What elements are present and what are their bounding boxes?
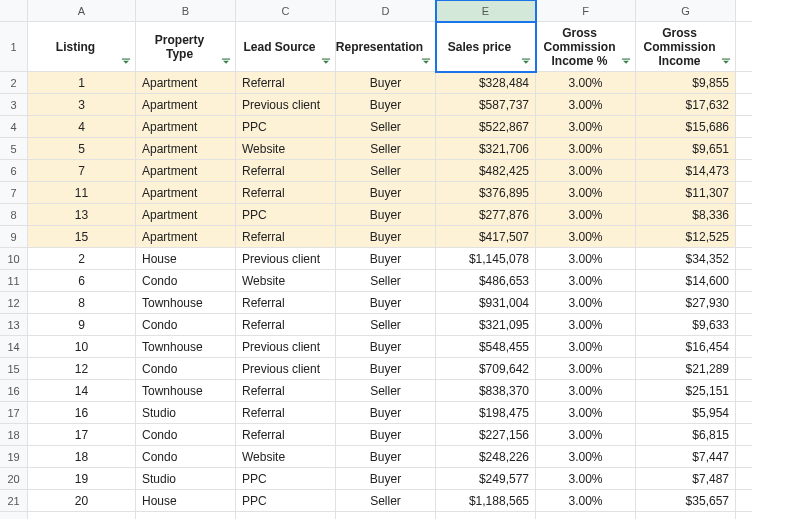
cell-F[interactable]: 3.00%	[536, 314, 636, 336]
row-header[interactable]: 2	[0, 72, 28, 94]
cell-D[interactable]: Seller	[336, 138, 436, 160]
cell-F[interactable]: 3.00%	[536, 358, 636, 380]
row-header[interactable]: 8	[0, 204, 28, 226]
cell-E[interactable]: $376,895	[436, 182, 536, 204]
cell-G[interactable]: $14,473	[636, 160, 736, 182]
cell-E[interactable]: $709,642	[436, 358, 536, 380]
cell-D[interactable]: Buyer	[336, 226, 436, 248]
cell-B[interactable]: House	[136, 490, 236, 512]
column-header-F[interactable]: F	[536, 0, 636, 22]
cell-F[interactable]: 3.00%	[536, 402, 636, 424]
empty-cell[interactable]	[636, 512, 736, 519]
row-header[interactable]: 5	[0, 138, 28, 160]
cell-D[interactable]: Buyer	[336, 204, 436, 226]
column-header-B[interactable]: B	[136, 0, 236, 22]
cell-E[interactable]: $417,507	[436, 226, 536, 248]
cell-C[interactable]: PPC	[236, 468, 336, 490]
cell-B[interactable]: Apartment	[136, 138, 236, 160]
cell-E[interactable]: $1,188,565	[436, 490, 536, 512]
cell-C[interactable]: Previous client	[236, 358, 336, 380]
cell-A[interactable]: 20	[28, 490, 136, 512]
column-header-C[interactable]: C	[236, 0, 336, 22]
cell-G[interactable]: $15,686	[636, 116, 736, 138]
cell-F[interactable]: 3.00%	[536, 424, 636, 446]
filter-icon[interactable]	[319, 55, 333, 69]
cell-D[interactable]: Seller	[336, 380, 436, 402]
row-header[interactable]: 22	[0, 512, 28, 519]
row-header[interactable]: 6	[0, 160, 28, 182]
cell-C[interactable]: Previous client	[236, 336, 336, 358]
cell-G[interactable]: $7,487	[636, 468, 736, 490]
cell-C[interactable]: Previous client	[236, 248, 336, 270]
cell-G[interactable]: $11,307	[636, 182, 736, 204]
header-cell-C[interactable]: Lead Source	[236, 22, 336, 72]
cell-D[interactable]: Buyer	[336, 468, 436, 490]
cell-D[interactable]: Buyer	[336, 358, 436, 380]
cell-F[interactable]: 3.00%	[536, 490, 636, 512]
cell-B[interactable]: Townhouse	[136, 292, 236, 314]
row-header[interactable]: 20	[0, 468, 28, 490]
cell-A[interactable]: 7	[28, 160, 136, 182]
row-header[interactable]: 19	[0, 446, 28, 468]
cell-F[interactable]: 3.00%	[536, 380, 636, 402]
cell-F[interactable]: 3.00%	[536, 138, 636, 160]
cell-D[interactable]: Seller	[336, 314, 436, 336]
cell-F[interactable]: 3.00%	[536, 446, 636, 468]
cell-A[interactable]: 4	[28, 116, 136, 138]
cell-A[interactable]: 14	[28, 380, 136, 402]
row-header[interactable]: 4	[0, 116, 28, 138]
cell-C[interactable]: Referral	[236, 72, 336, 94]
cell-E[interactable]: $198,475	[436, 402, 536, 424]
cell-G[interactable]: $9,855	[636, 72, 736, 94]
cell-E[interactable]: $486,653	[436, 270, 536, 292]
cell-C[interactable]: Website	[236, 446, 336, 468]
cell-F[interactable]: 3.00%	[536, 94, 636, 116]
row-header[interactable]: 21	[0, 490, 28, 512]
header-cell-G[interactable]: Gross Commission Income	[636, 22, 736, 72]
cell-F[interactable]: 3.00%	[536, 72, 636, 94]
cell-E[interactable]: $248,226	[436, 446, 536, 468]
cell-B[interactable]: Apartment	[136, 116, 236, 138]
cell-E[interactable]: $1,145,078	[436, 248, 536, 270]
filter-icon[interactable]	[119, 55, 133, 69]
cell-A[interactable]: 9	[28, 314, 136, 336]
header-cell-F[interactable]: Gross Commission Income %	[536, 22, 636, 72]
cell-F[interactable]: 3.00%	[536, 270, 636, 292]
cell-B[interactable]: Townhouse	[136, 336, 236, 358]
header-cell-B[interactable]: Property Type	[136, 22, 236, 72]
column-header-D[interactable]: D	[336, 0, 436, 22]
cell-D[interactable]: Seller	[336, 116, 436, 138]
empty-cell[interactable]	[236, 512, 336, 519]
row-header[interactable]: 3	[0, 94, 28, 116]
row-header[interactable]: 18	[0, 424, 28, 446]
cell-A[interactable]: 1	[28, 72, 136, 94]
cell-B[interactable]: Condo	[136, 270, 236, 292]
cell-G[interactable]: $25,151	[636, 380, 736, 402]
header-cell-A[interactable]: Listing	[28, 22, 136, 72]
cell-G[interactable]: $5,954	[636, 402, 736, 424]
cell-A[interactable]: 8	[28, 292, 136, 314]
cell-B[interactable]: Apartment	[136, 226, 236, 248]
cell-A[interactable]: 11	[28, 182, 136, 204]
cell-D[interactable]: Buyer	[336, 292, 436, 314]
filter-icon[interactable]	[419, 55, 433, 69]
cell-B[interactable]: Apartment	[136, 72, 236, 94]
cell-C[interactable]: PPC	[236, 116, 336, 138]
cell-D[interactable]: Buyer	[336, 424, 436, 446]
cell-C[interactable]: Referral	[236, 182, 336, 204]
empty-cell[interactable]	[136, 512, 236, 519]
empty-cell[interactable]	[436, 512, 536, 519]
cell-B[interactable]: Apartment	[136, 160, 236, 182]
cell-G[interactable]: $9,651	[636, 138, 736, 160]
filter-icon[interactable]	[719, 55, 733, 69]
cell-B[interactable]: Condo	[136, 446, 236, 468]
cell-A[interactable]: 6	[28, 270, 136, 292]
cell-F[interactable]: 3.00%	[536, 116, 636, 138]
cell-C[interactable]: Referral	[236, 314, 336, 336]
cell-E[interactable]: $587,737	[436, 94, 536, 116]
cell-F[interactable]: 3.00%	[536, 292, 636, 314]
row-header[interactable]: 15	[0, 358, 28, 380]
cell-D[interactable]: Buyer	[336, 402, 436, 424]
cell-A[interactable]: 19	[28, 468, 136, 490]
cell-B[interactable]: Condo	[136, 314, 236, 336]
